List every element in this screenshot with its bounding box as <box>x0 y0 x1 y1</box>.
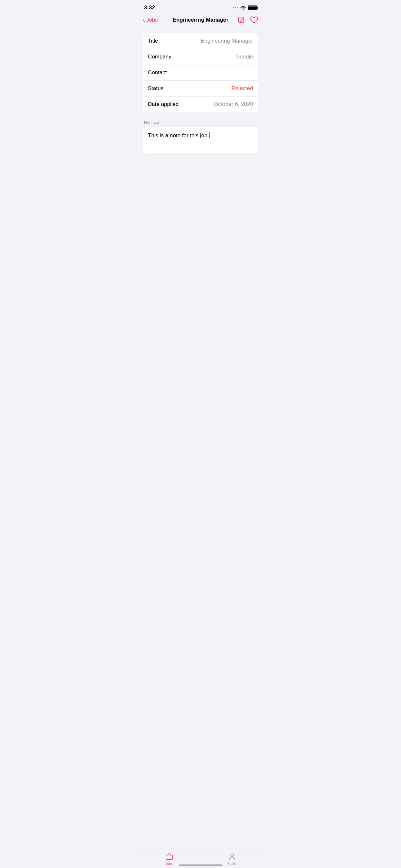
date-applied-row: Date applied October 6, 2020 <box>143 97 258 112</box>
status-value: Rejected <box>232 85 253 92</box>
company-row: Company Google <box>143 49 258 65</box>
main-content: Title Engineering Manager Company Google… <box>137 28 264 158</box>
battery-icon <box>248 5 257 10</box>
contact-row: Contact <box>143 65 258 81</box>
title-label: Title <box>148 38 158 44</box>
title-row: Title Engineering Manager <box>143 33 258 49</box>
status-time: 3:32 <box>144 4 155 11</box>
status-row: Status Rejected <box>143 81 258 97</box>
status-bar: 3:32 <box>137 0 264 13</box>
notes-card[interactable]: This is a note for this job. <box>143 127 258 153</box>
wifi-icon <box>240 6 246 10</box>
company-value: Google <box>235 54 253 60</box>
title-value: Engineering Manager <box>201 38 253 44</box>
notes-text: This is a note for this job. <box>148 132 253 140</box>
company-label: Company <box>148 54 172 60</box>
date-applied-value: October 6, 2020 <box>214 101 253 107</box>
text-cursor <box>209 132 210 138</box>
notes-content: This is a note for this job. <box>148 132 209 140</box>
back-button[interactable]: ‹ Jobs <box>143 17 158 24</box>
back-label: Jobs <box>146 17 158 23</box>
info-card: Title Engineering Manager Company Google… <box>143 33 258 112</box>
contact-label: Contact <box>148 69 167 76</box>
page-title: Engineering Manager <box>173 17 228 23</box>
status-icons <box>233 5 257 10</box>
back-chevron-icon: ‹ <box>143 16 145 24</box>
date-applied-label: Date applied <box>148 101 179 107</box>
edit-button[interactable] <box>238 16 245 24</box>
status-label: Status <box>148 85 163 92</box>
edit-icon <box>238 16 245 24</box>
nav-actions <box>238 16 258 24</box>
signal-icon <box>233 7 238 8</box>
heart-icon <box>250 16 258 24</box>
favorite-button[interactable] <box>250 16 258 24</box>
notes-section-label: NOTES <box>143 120 258 125</box>
nav-bar: ‹ Jobs Engineering Manager <box>137 13 264 28</box>
